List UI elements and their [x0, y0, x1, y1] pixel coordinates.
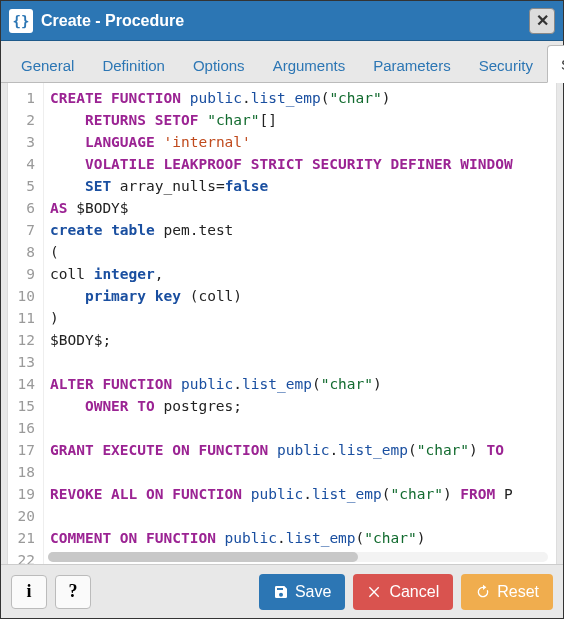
- line-number: 22: [12, 549, 35, 564]
- window-title: Create - Procedure: [41, 12, 529, 30]
- code-line[interactable]: coll integer,: [50, 263, 556, 285]
- code-line[interactable]: (: [50, 241, 556, 263]
- code-line[interactable]: REVOKE ALL ON FUNCTION public.list_emp("…: [50, 483, 556, 505]
- app-logo-icon: {}: [9, 9, 33, 33]
- dialog: {} Create - Procedure ✕ GeneralDefinitio…: [0, 0, 564, 619]
- tab-parameters[interactable]: Parameters: [359, 46, 465, 83]
- cancel-icon: [367, 584, 383, 600]
- code-line[interactable]: [50, 461, 556, 483]
- horizontal-scrollbar[interactable]: [48, 552, 548, 562]
- tab-arguments[interactable]: Arguments: [259, 46, 360, 83]
- scrollbar-thumb[interactable]: [48, 552, 358, 562]
- line-number: 6: [12, 197, 35, 219]
- tab-security[interactable]: Security: [465, 46, 547, 83]
- code-line[interactable]: CREATE FUNCTION public.list_emp("char"): [50, 87, 556, 109]
- close-icon: ✕: [536, 11, 549, 30]
- tab-general[interactable]: General: [7, 46, 88, 83]
- code-line[interactable]: AS $BODY$: [50, 197, 556, 219]
- code-lines[interactable]: CREATE FUNCTION public.list_emp("char") …: [44, 83, 556, 564]
- code-line[interactable]: SET array_nulls=false: [50, 175, 556, 197]
- line-number: 9: [12, 263, 35, 285]
- tabs: GeneralDefinitionOptionsArgumentsParamet…: [1, 41, 563, 83]
- reset-label: Reset: [497, 583, 539, 601]
- help-button[interactable]: ?: [55, 575, 91, 609]
- info-button[interactable]: i: [11, 575, 47, 609]
- reset-icon: [475, 584, 491, 600]
- line-number: 1: [12, 87, 35, 109]
- line-number: 10: [12, 285, 35, 307]
- line-number: 19: [12, 483, 35, 505]
- save-button[interactable]: Save: [259, 574, 345, 610]
- line-number: 12: [12, 329, 35, 351]
- code-line[interactable]: $BODY$;: [50, 329, 556, 351]
- code-line[interactable]: LANGUAGE 'internal': [50, 131, 556, 153]
- tab-definition[interactable]: Definition: [88, 46, 179, 83]
- code-line[interactable]: [50, 417, 556, 439]
- code-line[interactable]: [50, 505, 556, 527]
- close-button[interactable]: ✕: [529, 8, 555, 34]
- code-line[interactable]: ): [50, 307, 556, 329]
- line-number: 7: [12, 219, 35, 241]
- line-number: 17: [12, 439, 35, 461]
- line-number: 18: [12, 461, 35, 483]
- cancel-label: Cancel: [389, 583, 439, 601]
- cancel-button[interactable]: Cancel: [353, 574, 453, 610]
- code-line[interactable]: COMMENT ON FUNCTION public.list_emp("cha…: [50, 527, 556, 549]
- line-number: 14: [12, 373, 35, 395]
- code-line[interactable]: GRANT EXECUTE ON FUNCTION public.list_em…: [50, 439, 556, 461]
- line-number: 8: [12, 241, 35, 263]
- code-line[interactable]: ALTER FUNCTION public.list_emp("char"): [50, 373, 556, 395]
- line-number: 13: [12, 351, 35, 373]
- code-line[interactable]: VOLATILE LEAKPROOF STRICT SECURITY DEFIN…: [50, 153, 556, 175]
- tab-sql[interactable]: SQL: [547, 45, 564, 83]
- footer: i ? Save Cancel Reset: [1, 564, 563, 618]
- sql-editor[interactable]: 12345678910111213141516171819202122 CREA…: [7, 83, 557, 564]
- code-line[interactable]: RETURNS SETOF "char"[]: [50, 109, 556, 131]
- reset-button[interactable]: Reset: [461, 574, 553, 610]
- line-number-gutter: 12345678910111213141516171819202122: [8, 83, 44, 564]
- line-number: 5: [12, 175, 35, 197]
- tab-options[interactable]: Options: [179, 46, 259, 83]
- save-label: Save: [295, 583, 331, 601]
- line-number: 4: [12, 153, 35, 175]
- info-icon: i: [26, 581, 31, 602]
- help-icon: ?: [69, 581, 78, 602]
- code-line[interactable]: [50, 351, 556, 373]
- titlebar: {} Create - Procedure ✕: [1, 1, 563, 41]
- save-icon: [273, 584, 289, 600]
- line-number: 11: [12, 307, 35, 329]
- line-number: 16: [12, 417, 35, 439]
- code-line[interactable]: OWNER TO postgres;: [50, 395, 556, 417]
- line-number: 15: [12, 395, 35, 417]
- line-number: 2: [12, 109, 35, 131]
- line-number: 20: [12, 505, 35, 527]
- line-number: 3: [12, 131, 35, 153]
- code-line[interactable]: primary key (coll): [50, 285, 556, 307]
- line-number: 21: [12, 527, 35, 549]
- code-line[interactable]: create table pem.test: [50, 219, 556, 241]
